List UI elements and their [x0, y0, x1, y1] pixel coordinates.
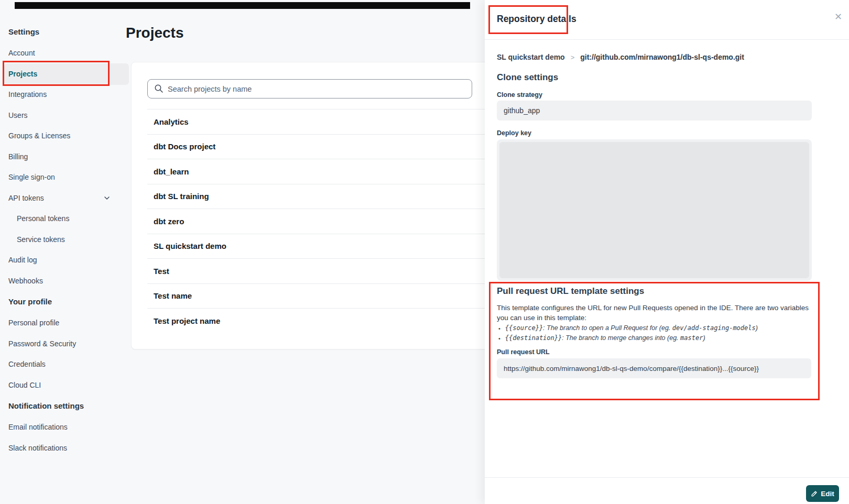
project-name: dbt zero	[154, 217, 184, 226]
deploy-key-textarea[interactable]	[499, 142, 809, 278]
clone-strategy-label: Clone strategy	[497, 91, 542, 98]
search-field-wrap	[147, 79, 472, 98]
sidebar-heading-settings: Settings	[8, 26, 125, 37]
sidebar-item[interactable]: Account	[8, 48, 125, 59]
pr-variable-example: dev/add-staging-models	[672, 324, 756, 332]
sidebar-item[interactable]: Billing	[8, 151, 125, 162]
sidebar-item[interactable]: Users	[8, 110, 125, 121]
settings-page: Settings Account Projects Integrations U…	[0, 0, 849, 504]
pr-url-value[interactable]: https://github.com/mirnawong1/db-sl-qs-d…	[497, 358, 811, 378]
sidebar-item-label: API tokens	[8, 193, 44, 204]
sidebar-item[interactable]: Groups & Licenses	[8, 130, 125, 141]
panel-title: Repository details	[497, 14, 576, 25]
pr-variable-item: • {{source}}: The branch to open a Pull …	[498, 324, 808, 333]
sidebar-item-label: Webhooks	[8, 276, 43, 287]
project-name: Test project name	[154, 316, 220, 325]
project-name: dbt Docs project	[154, 142, 215, 151]
sidebar-item-label: Integrations	[8, 89, 47, 100]
sidebar-item-label: Groups & Licenses	[8, 130, 70, 141]
pr-variable-suffix: )	[756, 324, 758, 332]
sidebar-section-your-profile: Your profile Personal profile Password &…	[8, 296, 125, 391]
sidebar-section-notification-settings: Notification settings Email notification…	[8, 400, 125, 454]
sidebar-item[interactable]: Personal tokens	[8, 213, 125, 224]
sidebar-item[interactable]: Integrations	[8, 89, 125, 100]
sidebar-item-label: Users	[8, 110, 28, 121]
sidebar-item-label: Single sign-on	[8, 172, 55, 183]
pr-variable-list: • {{source}}: The branch to open a Pull …	[498, 324, 808, 344]
pr-variable-suffix: )	[703, 334, 705, 342]
sidebar-item[interactable]: API tokens	[8, 193, 125, 204]
pr-variable-example: master	[680, 334, 703, 342]
panel-header-divider	[485, 39, 849, 40]
sidebar-item[interactable]: Audit log	[8, 255, 125, 266]
project-name: SL quickstart demo	[154, 242, 226, 250]
sidebar-item[interactable]: Single sign-on	[8, 172, 125, 183]
sidebar-item-label: Credentials	[8, 359, 46, 370]
repository-details-panel: Repository details ✕ SL quickstart demo …	[485, 0, 849, 504]
chevron-down-icon	[103, 194, 111, 202]
pr-variable-text: : The branch to merge changes into (eg.	[562, 334, 680, 342]
deploy-key-field[interactable]	[497, 139, 812, 281]
project-name: dbt SL training	[154, 192, 209, 201]
sidebar-item-label: Service tokens	[17, 234, 65, 245]
breadcrumb-separator: >	[571, 53, 575, 61]
sidebar-item-label: Password & Security	[8, 338, 76, 349]
sidebar-item-label: Personal profile	[8, 317, 59, 328]
settings-sidebar: Settings Account Projects Integrations U…	[8, 26, 125, 463]
sidebar-item-label: Audit log	[8, 255, 37, 266]
pencil-icon	[811, 490, 818, 497]
project-name: dbt_learn	[154, 167, 189, 176]
pr-url-label: Pull request URL	[497, 348, 550, 356]
deploy-key-label: Deploy key	[497, 129, 531, 137]
pr-variable-code: {{source}}	[505, 324, 543, 332]
clone-strategy-value[interactable]: github_app	[497, 101, 812, 120]
sidebar-section-settings: Settings Account Projects Integrations U…	[8, 26, 125, 287]
page-title: Projects	[126, 25, 184, 41]
sidebar-item[interactable]: Webhooks	[8, 276, 125, 287]
clone-strategy-text: github_app	[504, 106, 540, 115]
pr-variable-item: • {{destination}}: The branch to merge c…	[498, 334, 808, 343]
sidebar-heading-notification-settings: Notification settings	[8, 400, 125, 411]
sidebar-item[interactable]: Password & Security	[8, 338, 125, 349]
sidebar-item[interactable]: Email notifications	[8, 422, 125, 433]
sidebar-item[interactable]: Service tokens	[8, 234, 125, 245]
edit-button[interactable]: Edit	[806, 485, 839, 502]
sidebar-item[interactable]: Credentials	[8, 359, 125, 370]
clone-settings-heading: Clone settings	[497, 72, 558, 83]
sidebar-heading-your-profile: Your profile	[8, 296, 125, 307]
pr-variable-text: : The branch to open a Pull Request for …	[543, 324, 672, 332]
sidebar-item[interactable]: Cloud CLI	[8, 380, 125, 391]
sidebar-item-label: Cloud CLI	[8, 380, 41, 391]
pr-template-description: This template configures the URL for new…	[497, 303, 810, 323]
sidebar-item-label: Billing	[8, 151, 28, 162]
sidebar-item-label: Projects	[8, 69, 37, 80]
breadcrumb-repo-url: git://github.com/mirnawong1/db-sl-qs-dem…	[580, 53, 744, 61]
top-nav-bar	[15, 2, 470, 9]
breadcrumb: SL quickstart demo > git://github.com/mi…	[497, 53, 744, 61]
close-icon[interactable]: ✕	[834, 12, 842, 22]
pr-url-text: https://github.com/mirnawong1/db-sl-qs-d…	[504, 365, 759, 372]
sidebar-item[interactable]: Projects	[4, 63, 129, 85]
sidebar-item-label: Personal tokens	[17, 213, 69, 224]
sidebar-item-label: Slack notifications	[8, 443, 67, 454]
edit-button-label: Edit	[821, 490, 834, 498]
bullet-icon: •	[498, 325, 500, 333]
sidebar-item[interactable]: Slack notifications	[8, 443, 125, 454]
project-name: Analytics	[154, 117, 189, 126]
project-name: Test name	[154, 291, 192, 300]
panel-footer-divider	[485, 477, 849, 478]
pr-template-heading: Pull request URL template settings	[497, 286, 644, 297]
breadcrumb-project[interactable]: SL quickstart demo	[497, 53, 565, 61]
project-name: Test	[154, 267, 169, 276]
search-icon	[154, 84, 164, 93]
bullet-icon: •	[498, 335, 500, 343]
sidebar-item[interactable]: Personal profile	[8, 317, 125, 328]
search-input[interactable]	[147, 79, 472, 98]
pr-variable-code: {{destination}}	[505, 334, 562, 342]
sidebar-item-label: Email notifications	[8, 422, 68, 433]
sidebar-item-label: Account	[8, 48, 35, 59]
